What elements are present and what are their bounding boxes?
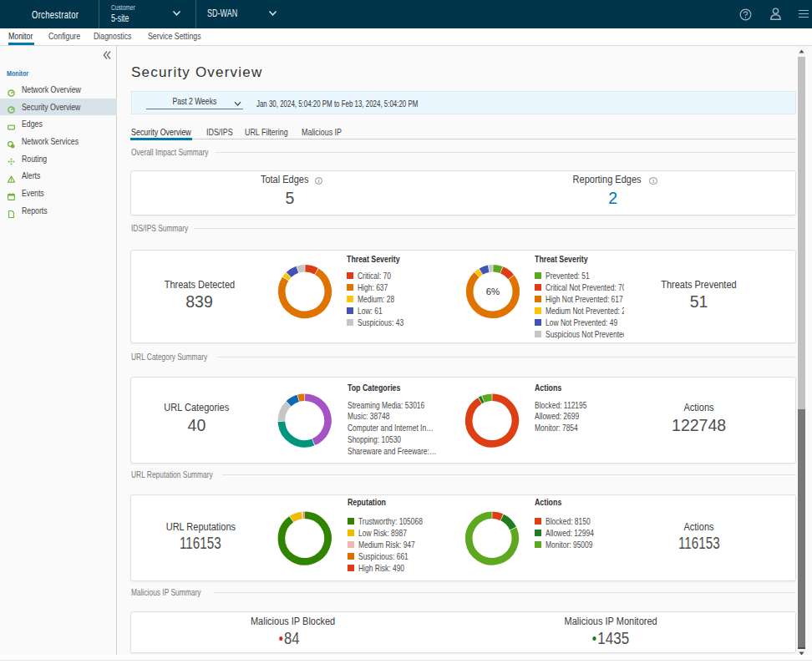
svg-text:6%: 6%: [486, 286, 500, 297]
